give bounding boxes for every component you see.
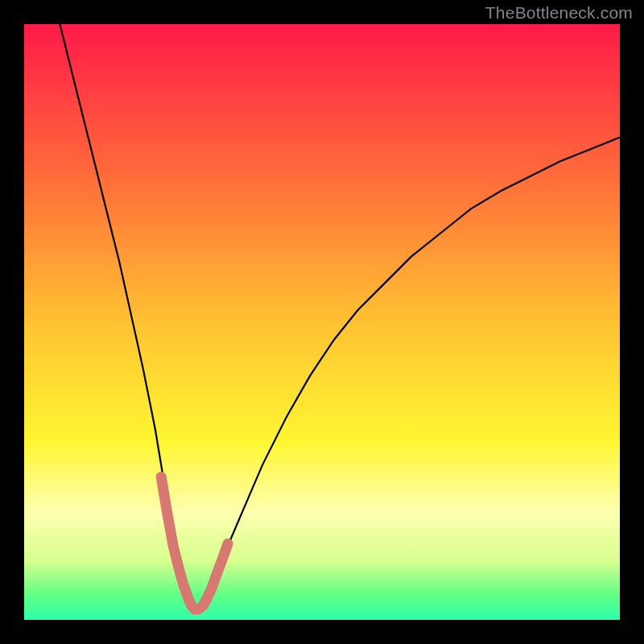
attribution-text: TheBottleneck.com — [485, 3, 633, 23]
gradient-background — [24, 24, 620, 620]
chart-container: TheBottleneck.com — [0, 0, 644, 644]
chart-svg — [0, 0, 644, 644]
